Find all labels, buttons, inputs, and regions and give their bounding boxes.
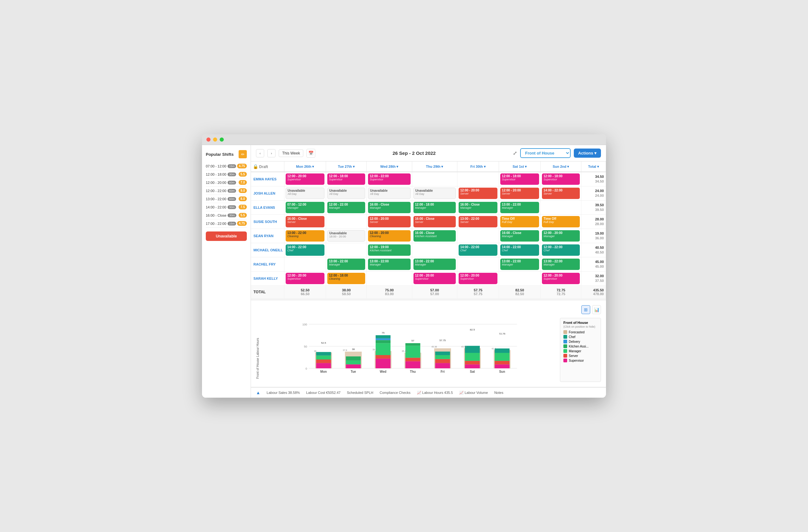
- schedule-cell[interactable]: 12:00 - 18:00 Cleaning: [326, 271, 367, 286]
- shift-block[interactable]: 12:00 - 22:00 Chef: [542, 244, 580, 256]
- schedule-cell[interactable]: 12:00 - 18:00 Manager: [412, 201, 457, 215]
- table-view-button[interactable]: ⊞: [581, 305, 590, 314]
- col-mon[interactable]: Mon 26th ▾: [284, 162, 326, 172]
- schedule-cell[interactable]: 12:00 - 22:00 Supervisor: [367, 172, 412, 186]
- close-button[interactable]: [206, 137, 210, 141]
- shift-block[interactable]: 07:00 - 12:00 Manager: [286, 202, 325, 213]
- col-tue[interactable]: Tue 27th ▾: [326, 162, 367, 172]
- shift-block[interactable]: 12:00 - 20:00 Server: [459, 188, 497, 199]
- shift-block[interactable]: 16:00 - Close Manager: [500, 230, 539, 242]
- shift-block[interactable]: Time Off Full Day: [500, 216, 539, 227]
- shift-block[interactable]: 12:00 - 20:00 Supervisor: [414, 273, 456, 284]
- edit-shifts-button[interactable]: ✏: [239, 150, 247, 158]
- bottom-stat[interactable]: Compliance Checks: [380, 391, 411, 395]
- shift-block[interactable]: 12:00 - 19:00 Kitchen Assistant: [368, 244, 410, 256]
- legend-item[interactable]: Chef: [563, 335, 598, 339]
- shift-block[interactable]: 16:00 - Close Manager: [459, 202, 497, 213]
- schedule-cell[interactable]: 12:00 - 18:00 Supervisor: [499, 172, 541, 186]
- legend-item[interactable]: Kitchen Assi...: [563, 344, 598, 348]
- bottom-stat[interactable]: Labour Sales 38.58%: [267, 391, 300, 395]
- legend-item[interactable]: Server: [563, 354, 598, 358]
- bottom-bar-chevron[interactable]: ▲: [256, 390, 260, 395]
- department-select[interactable]: Front of House: [520, 148, 571, 158]
- shift-block[interactable]: 12:00 - 20:00 Supervisor: [459, 273, 497, 284]
- employee-name[interactable]: SUSIE SOUTH: [251, 215, 284, 229]
- shift-block[interactable]: Time Off Full Day: [542, 216, 580, 227]
- schedule-cell[interactable]: 16:00 - Close Manager: [457, 201, 499, 215]
- schedule-cell[interactable]: [541, 201, 581, 215]
- schedule-cell[interactable]: 16:00 - Close Server: [284, 215, 326, 229]
- shift-block[interactable]: 12:00 - 20:00 Server: [368, 216, 410, 227]
- sidebar-shift-item[interactable]: 12:00 - 20:00 60m 7.0: [206, 178, 247, 187]
- shift-block[interactable]: 14:00 - 22:00 Server: [542, 188, 580, 199]
- schedule-cell[interactable]: 12:00 - 18:00 Supervisor: [541, 172, 581, 186]
- shift-block[interactable]: 13:00 - 22:00 Manager: [500, 259, 539, 270]
- shift-block[interactable]: 13:00 - 22:00 Manager: [414, 259, 456, 270]
- schedule-cell[interactable]: [457, 172, 499, 186]
- schedule-cell[interactable]: 12:00 - 20:00 Manager: [541, 229, 581, 243]
- col-sun[interactable]: Sun 2nd ▾: [541, 162, 581, 172]
- schedule-cell[interactable]: Unavailable All Day: [326, 186, 367, 201]
- shift-block[interactable]: 16:00 - Close Kitchen Assistant: [414, 230, 456, 242]
- sidebar-shift-item[interactable]: 12:00 - 22:00 60m 9.0: [206, 187, 247, 195]
- schedule-cell[interactable]: 12:00 - 20:00 Server: [499, 186, 541, 201]
- schedule-cell[interactable]: Unavailable All Day: [284, 186, 326, 201]
- col-fri[interactable]: Fri 30th ▾: [457, 162, 499, 172]
- schedule-cell[interactable]: 12:00 - 18:00 Supervisor: [326, 172, 367, 186]
- employee-name[interactable]: JOSH ALLEN: [251, 186, 284, 201]
- schedule-cell[interactable]: Unavailable 18:00 - 20:00: [326, 229, 367, 243]
- col-wed[interactable]: Wed 28th ▾: [367, 162, 412, 172]
- shift-block[interactable]: 13:00 - 22:00 Manager: [542, 259, 580, 270]
- schedule-cell[interactable]: 12:00 - 20:00 Supervisor: [412, 271, 457, 286]
- actions-button[interactable]: Actions ▾: [574, 149, 601, 158]
- shift-block[interactable]: 12:00 - 18:00 Supervisor: [327, 173, 365, 185]
- schedule-cell[interactable]: Time Off Full Day: [499, 215, 541, 229]
- schedule-cell[interactable]: 12:00 - 20:00 Server: [367, 215, 412, 229]
- shift-block[interactable]: 12:00 - 20:00 Supervisor: [286, 273, 325, 284]
- shift-block[interactable]: 14:00 - 22:00 Chef: [500, 244, 539, 256]
- schedule-cell[interactable]: 13:00 - 22:00 Manager: [541, 257, 581, 271]
- employee-name[interactable]: SEAN RYAN: [251, 229, 284, 243]
- expand-button[interactable]: ⤢: [513, 150, 517, 156]
- shift-block[interactable]: 12:00 - 20:00 Supervisor: [286, 173, 325, 185]
- shift-block[interactable]: 12:00 - 22:00 Manager: [327, 202, 365, 213]
- shift-block[interactable]: 12:00 - 20:00 Supervisor: [542, 273, 580, 284]
- legend-item[interactable]: Manager: [563, 349, 598, 353]
- schedule-cell[interactable]: [457, 229, 499, 243]
- schedule-cell[interactable]: 12:00 - 22:00 Manager: [326, 201, 367, 215]
- shift-block[interactable]: 13:00 - 22:00 Manager: [500, 202, 539, 213]
- schedule-cell[interactable]: Unavailable All Day: [412, 186, 457, 201]
- this-week-button[interactable]: This Week: [279, 150, 303, 157]
- schedule-cell[interactable]: 13:00 - 22:00 Manager: [499, 201, 541, 215]
- schedule-cell[interactable]: 12:00 - 20:00 Cleaning: [367, 229, 412, 243]
- unavailable-block[interactable]: Unavailable All Day: [286, 188, 325, 199]
- schedule-cell[interactable]: Time Off Full Day: [541, 215, 581, 229]
- schedule-cell[interactable]: 16:00 - Close Manager: [499, 229, 541, 243]
- bottom-stat[interactable]: Labour Cost €5052.47: [306, 391, 341, 395]
- shift-block[interactable]: 12:00 - 20:00 Manager: [542, 230, 580, 242]
- shift-block[interactable]: 16:00 - Close Server: [286, 216, 325, 227]
- shift-block[interactable]: 12:00 - 18:00 Supervisor: [542, 173, 580, 185]
- legend-item[interactable]: Forecasted: [563, 330, 598, 334]
- employee-name[interactable]: EMMA HAYES: [251, 172, 284, 186]
- shift-block[interactable]: 13:00 - 22:00 Manager: [327, 259, 365, 270]
- shift-block[interactable]: 12:00 - 20:00 Cleaning: [368, 230, 410, 242]
- col-sat[interactable]: Sat 1st ▾: [499, 162, 541, 172]
- unavailable-block[interactable]: Unavailable All Day: [414, 188, 456, 199]
- shift-block[interactable]: 13:00 - 22:00 Manager: [368, 259, 410, 270]
- unavailable-block[interactable]: Unavailable All Day: [368, 188, 410, 199]
- sidebar-shift-item[interactable]: 07:00 - 12:00 15m 4.75: [206, 162, 247, 170]
- schedule-cell[interactable]: 07:00 - 12:00 Manager: [284, 201, 326, 215]
- next-week-button[interactable]: ›: [267, 149, 276, 157]
- schedule-cell[interactable]: [326, 243, 367, 257]
- legend-item[interactable]: Delivery: [563, 340, 598, 343]
- schedule-cell[interactable]: [326, 215, 367, 229]
- legend-item[interactable]: Supervisor: [563, 359, 598, 362]
- bottom-stat[interactable]: 📈 Labour Volume: [459, 391, 488, 395]
- schedule-cell[interactable]: 12:00 - 19:00 Kitchen Assistant: [367, 243, 412, 257]
- sidebar-shift-item[interactable]: 13:00 - 22:00 60m 8.0: [206, 195, 247, 203]
- schedule-cell[interactable]: [367, 271, 412, 286]
- schedule-cell[interactable]: 14:00 - 22:00 Server: [541, 186, 581, 201]
- sidebar-shift-item[interactable]: 17:00 - 22:00 15m 4.75: [206, 220, 247, 228]
- shift-block[interactable]: 16:00 - Close Server: [414, 216, 456, 227]
